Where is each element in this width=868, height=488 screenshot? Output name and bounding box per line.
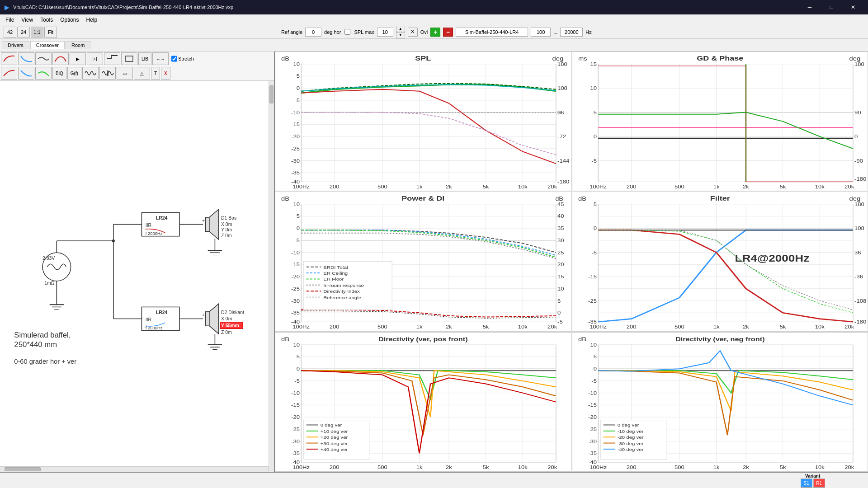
schematic-scrollbar-v[interactable]: [269, 81, 274, 472]
svg-text:D1 Bas: D1 Bas: [221, 216, 236, 221]
close-button[interactable]: ✕: [843, 0, 863, 14]
svg-text:Filter: Filter: [710, 195, 730, 202]
spl-up-button[interactable]: ▲: [396, 26, 405, 32]
tool-arrow[interactable]: ←→: [152, 52, 169, 65]
tool-gf[interactable]: G(f): [67, 67, 81, 80]
svg-text:deg: deg: [849, 196, 860, 202]
svg-text:Y 0m: Y 0m: [221, 227, 232, 232]
zoom-24-button[interactable]: 24: [17, 27, 30, 38]
svg-text:-90: -90: [854, 158, 863, 164]
tool-biq[interactable]: BiQ: [52, 67, 66, 80]
svg-text:10: 10: [590, 85, 597, 91]
svg-text:deg: deg: [552, 56, 564, 61]
svg-text:-35: -35: [291, 310, 300, 316]
ovl-add-button[interactable]: +: [430, 28, 440, 37]
ref-angle-input[interactable]: [305, 28, 321, 37]
zoom-fit-button[interactable]: Fit: [44, 27, 57, 38]
tool-play2[interactable]: ▷|: [87, 52, 103, 65]
tool-filter1[interactable]: [104, 52, 120, 65]
graph-dir-ver-pos: Directivity (ver, pos front) dB: [275, 332, 571, 472]
tool-curve-red[interactable]: [1, 52, 17, 65]
tab-room[interactable]: Room: [66, 41, 90, 49]
spl-down-button[interactable]: ▼: [396, 32, 405, 38]
spl-max-checkbox[interactable]: [344, 29, 350, 35]
driver-name-input[interactable]: [456, 28, 528, 37]
svg-text:-72: -72: [557, 134, 566, 140]
svg-text:+: +: [202, 218, 205, 223]
svg-text:2k: 2k: [446, 184, 452, 190]
stretch-checkbox[interactable]: [171, 52, 177, 65]
right-panel: SPL dB deg 10 5: [275, 52, 868, 472]
svg-text:5: 5: [297, 74, 300, 80]
tab-crossover[interactable]: Crossover: [30, 41, 65, 49]
tool-filter2[interactable]: [121, 52, 137, 65]
tool-coil[interactable]: [82, 67, 99, 80]
svg-rect-55: [275, 52, 571, 191]
svg-text:0: 0: [557, 310, 561, 316]
zoom-42-button[interactable]: 42: [4, 27, 16, 38]
svg-text:-180: -180: [854, 319, 867, 325]
tool-blue-curve2[interactable]: [18, 67, 34, 80]
menu-help[interactable]: Help: [83, 16, 101, 24]
svg-text:10k: 10k: [815, 184, 824, 190]
svg-text:108: 108: [854, 226, 864, 232]
svg-text:deg: deg: [849, 56, 860, 61]
svg-text:108: 108: [557, 85, 567, 91]
menu-tools[interactable]: Tools: [37, 16, 57, 24]
svg-text:180: 180: [854, 61, 864, 67]
tool-curve-gray[interactable]: [35, 52, 52, 65]
svg-text:180: 180: [854, 202, 864, 207]
svg-text:-144: -144: [557, 158, 570, 164]
svg-text:25: 25: [557, 250, 564, 256]
svg-text:200: 200: [330, 324, 340, 330]
svg-text:Y 55mm: Y 55mm: [221, 323, 239, 328]
tool-curve4[interactable]: [52, 52, 69, 65]
svg-text:20k: 20k: [547, 184, 557, 190]
svg-text:36: 36: [854, 250, 861, 256]
svg-text:-25: -25: [291, 427, 300, 432]
svg-text:LR24: LR24: [156, 216, 168, 221]
svg-text:100Hz: 100Hz: [292, 324, 310, 330]
svg-text:-15: -15: [291, 402, 300, 408]
hz-label: Hz: [585, 29, 591, 35]
tool-t[interactable]: T: [151, 67, 160, 80]
spl-x-button[interactable]: ✕: [408, 28, 418, 37]
minimize-button[interactable]: ─: [799, 0, 820, 14]
tool-rect[interactable]: ▭: [117, 67, 133, 80]
spl-max-input[interactable]: [377, 28, 393, 37]
tool-red-curve2[interactable]: [1, 67, 17, 80]
freq-min-input[interactable]: [531, 28, 551, 37]
maximize-button[interactable]: □: [821, 0, 842, 14]
variant-label: Variant: [801, 474, 825, 479]
svg-text:15: 15: [557, 274, 564, 280]
svg-marker-23: [209, 209, 219, 239]
tool-x[interactable]: X: [161, 67, 170, 80]
svg-text:180: 180: [557, 61, 567, 67]
tool-green-curve[interactable]: [35, 67, 52, 80]
tool-tri[interactable]: △: [134, 67, 150, 80]
svg-text:Directivity (ver, neg front): Directivity (ver, neg front): [675, 335, 764, 342]
variant-r1[interactable]: R1: [813, 479, 825, 488]
svg-text:200: 200: [626, 184, 636, 190]
svg-text:1k: 1k: [713, 184, 719, 190]
variant-s1[interactable]: S1: [801, 479, 812, 488]
tool-lib[interactable]: LIB: [138, 52, 151, 65]
svg-text:10: 10: [293, 342, 300, 348]
svg-text:20k: 20k: [547, 465, 557, 470]
schematic-scrollbar-h[interactable]: [0, 466, 269, 472]
menu-options[interactable]: Options: [57, 16, 82, 24]
svg-text:100Hz: 100Hz: [292, 184, 310, 190]
menu-view[interactable]: View: [18, 16, 37, 24]
tab-drivers[interactable]: Drivers: [2, 41, 29, 49]
tool-play[interactable]: ▶: [70, 52, 86, 65]
zoom-ratio-button[interactable]: 1:1: [31, 27, 43, 38]
menu-file[interactable]: File: [2, 16, 18, 24]
tool-curve-blue[interactable]: [18, 52, 34, 65]
ovl-minus-button[interactable]: −: [443, 28, 453, 37]
svg-text:-15: -15: [291, 122, 300, 128]
svg-text:0: 0: [297, 226, 300, 232]
graph-spl: SPL dB deg 10 5: [275, 52, 571, 191]
svg-text:SPL: SPL: [415, 54, 431, 61]
freq-max-input[interactable]: [560, 28, 583, 37]
tool-transformer[interactable]: [99, 67, 116, 80]
